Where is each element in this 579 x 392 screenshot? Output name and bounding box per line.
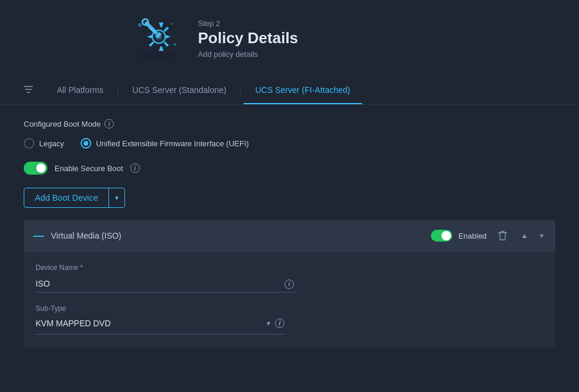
platform-tabs-bar: All Platforms | UCS Server (Standalone) … [0, 77, 579, 105]
boot-mode-label: Configured Boot Mode [24, 120, 101, 128]
add-boot-device-button-group: Add Boot Device ▾ [24, 188, 125, 208]
device-card-header: — Virtual Media (ISO) Enabled ▲ ▾ [24, 220, 555, 252]
device-name-field-wrap: i [36, 275, 296, 293]
page-subtitle: Add policy details [198, 50, 298, 59]
page-header: Step 2 Policy Details Add policy details [0, 0, 579, 77]
subtype-field-label: Sub-Type [36, 304, 284, 313]
radio-uefi-inner [84, 141, 88, 146]
virtual-media-device-card: — Virtual Media (ISO) Enabled ▲ ▾ Device… [24, 220, 555, 349]
device-card-body: Device Name * i Sub-Type KVM MAPPED DVD … [24, 252, 555, 349]
device-name-field-label: Device Name * [36, 264, 543, 272]
device-name-info-icon[interactable]: i [284, 279, 294, 289]
dropdown-chevron-icon: ▾ [115, 194, 119, 202]
step-label: Step 2 [198, 19, 298, 28]
add-boot-device-button[interactable]: Add Boot Device [24, 188, 108, 207]
subtype-field-group: Sub-Type KVM MAPPED DVD ▾ i [36, 304, 284, 335]
secure-boot-info-icon[interactable]: i [130, 163, 140, 173]
device-collapse-icon[interactable]: — [33, 230, 44, 241]
subtype-chevron-icon[interactable]: ▾ [267, 319, 270, 327]
boot-mode-section: Configured Boot Mode i [24, 119, 555, 128]
secure-boot-row: Enable Secure Boot i [24, 162, 555, 175]
device-chevron-down-icon[interactable]: ▾ [538, 229, 546, 242]
device-enabled-row: Enabled [431, 230, 487, 242]
svg-point-7 [138, 23, 142, 27]
device-chevron-up-icon[interactable]: ▲ [519, 229, 530, 242]
tab-separator-2: | [238, 85, 244, 96]
boot-mode-info-icon[interactable]: i [104, 119, 114, 128]
main-content: Configured Boot Mode i Legacy Unified Ex… [0, 105, 579, 363]
tab-ucs-fi-attached[interactable]: UCS Server (FI-Attached) [244, 77, 362, 104]
tab-ucs-standalone[interactable]: UCS Server (Standalone) [120, 77, 238, 104]
add-boot-device-dropdown-button[interactable]: ▾ [109, 188, 124, 207]
radio-uefi-label: Unified Extensible Firmware Interface (U… [96, 139, 249, 148]
subtype-info-icon[interactable]: i [275, 319, 284, 328]
svg-point-9 [171, 23, 173, 25]
page-icon [130, 12, 184, 65]
svg-point-0 [138, 50, 176, 59]
boot-mode-radio-group: Legacy Unified Extensible Firmware Inter… [24, 138, 555, 149]
tab-separator-1: | [116, 85, 121, 96]
device-delete-icon[interactable] [494, 227, 511, 245]
radio-legacy-label: Legacy [39, 139, 64, 148]
secure-boot-toggle[interactable] [24, 162, 47, 175]
header-text-group: Step 2 Policy Details Add policy details [198, 19, 298, 59]
device-card-title: Virtual Media (ISO) [51, 231, 424, 240]
secure-boot-label: Enable Secure Boot [55, 164, 123, 173]
filter-icon[interactable] [24, 85, 33, 97]
device-enabled-label: Enabled [458, 232, 487, 240]
svg-point-8 [174, 43, 177, 46]
radio-uefi[interactable]: Unified Extensible Firmware Interface (U… [81, 138, 249, 149]
radio-legacy-outer[interactable] [24, 138, 34, 149]
page-title: Policy Details [198, 29, 298, 47]
device-name-input[interactable] [36, 275, 296, 293]
subtype-selected-value: KVM MAPPED DVD [36, 316, 267, 330]
toggle-knob [36, 163, 46, 173]
svg-rect-4 [144, 21, 158, 35]
subtype-select[interactable]: KVM MAPPED DVD ▾ i [36, 316, 284, 335]
radio-legacy[interactable]: Legacy [24, 138, 64, 149]
device-enabled-toggle[interactable] [431, 230, 452, 242]
subtype-row: Sub-Type KVM MAPPED DVD ▾ i [36, 304, 543, 335]
radio-uefi-outer[interactable] [81, 138, 91, 149]
device-toggle-knob [442, 231, 451, 240]
tab-all-platforms[interactable]: All Platforms [45, 77, 116, 104]
